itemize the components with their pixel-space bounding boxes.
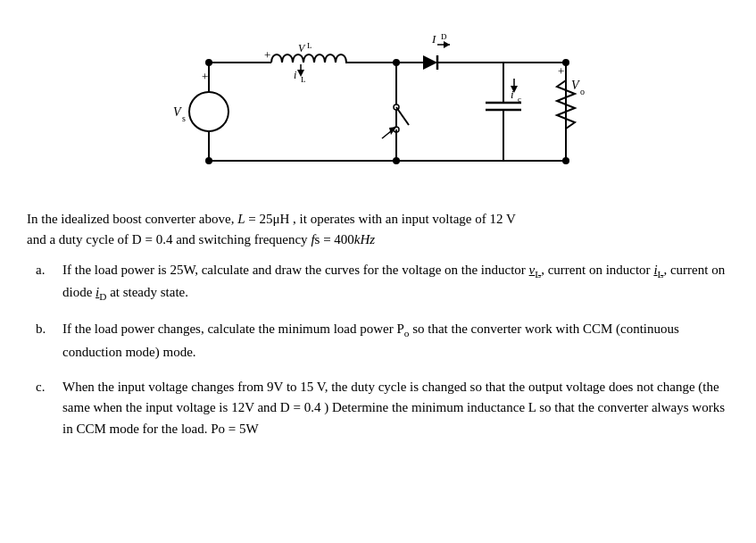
problem-c-label: c. xyxy=(36,377,62,397)
svg-text:i: i xyxy=(294,69,296,81)
svg-text:s: s xyxy=(182,113,186,123)
svg-point-50 xyxy=(205,59,212,66)
il-label: iL xyxy=(653,263,663,277)
svg-text:+: + xyxy=(558,64,564,78)
svg-text:+: + xyxy=(202,70,208,83)
problem-a-label: a. xyxy=(36,260,62,280)
svg-text:V: V xyxy=(298,42,306,54)
vl-label: vL xyxy=(529,263,542,277)
problem-b-text: If the load power changes, calculate the… xyxy=(62,319,729,363)
svg-text:L: L xyxy=(301,75,306,84)
svg-point-51 xyxy=(205,157,212,164)
problem-list: a. If the load power is 25W, calculate a… xyxy=(27,260,729,439)
circuit-diagram: + V s V L i L + xyxy=(18,9,738,196)
problem-a: a. If the load power is 25W, calculate a… xyxy=(36,260,729,305)
content-area: In the idealized boost converter above, … xyxy=(18,209,738,439)
problem-b: b. If the load power changes, calculate … xyxy=(36,319,729,363)
svg-text:I: I xyxy=(431,32,436,46)
svg-text:o: o xyxy=(580,87,585,96)
svg-point-48 xyxy=(562,59,569,66)
svg-marker-31 xyxy=(423,55,437,70)
intro-paragraph: In the idealized boost converter above, … xyxy=(27,209,729,251)
problem-b-label: b. xyxy=(36,319,62,339)
svg-marker-30 xyxy=(444,41,450,48)
problem-c-text: When the input voltage changes from 9V t… xyxy=(62,377,729,439)
svg-text:V: V xyxy=(173,105,182,119)
svg-text:c: c xyxy=(518,95,521,104)
svg-line-22 xyxy=(396,107,409,125)
id-label: iD xyxy=(96,285,106,299)
svg-text:D: D xyxy=(441,32,447,41)
svg-text:V: V xyxy=(571,79,580,92)
svg-text:L: L xyxy=(307,41,312,50)
svg-point-6 xyxy=(189,92,228,131)
problem-c: c. When the input voltage changes from 9… xyxy=(36,377,729,439)
problem-a-text: If the load power is 25W, calculate and … xyxy=(62,260,729,305)
svg-point-49 xyxy=(562,157,569,164)
svg-text:+: + xyxy=(264,48,270,62)
